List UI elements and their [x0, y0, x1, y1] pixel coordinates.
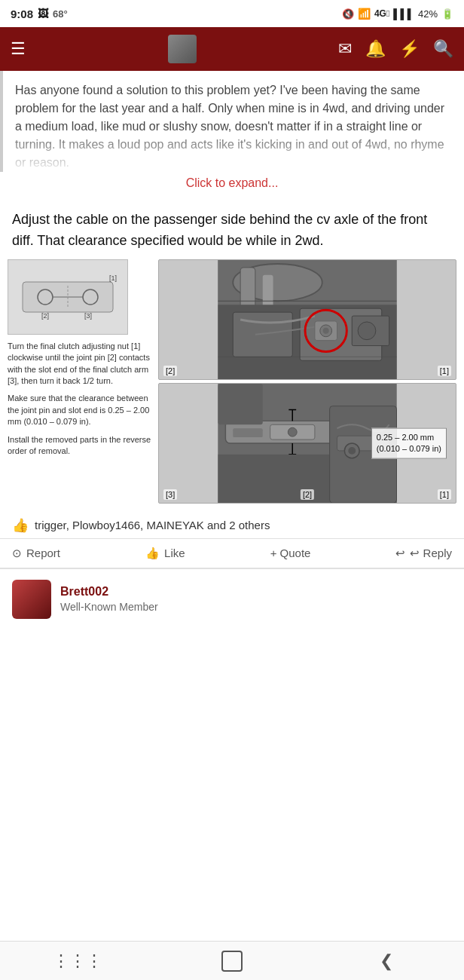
nav-menu-button[interactable]: ⋮⋮⋮ [0, 942, 154, 980]
diagram-image-bottom: 0.25 – 2.00 mm (0.010 – 0.079 in) [1] [3… [158, 383, 456, 504]
quoted-post-section: Has anyone found a solution to this prob… [0, 71, 464, 172]
navbar-center [168, 35, 197, 63]
svg-text:[2]: [2] [41, 312, 49, 320]
reply-button[interactable]: ↩ ↩ Reply [395, 547, 452, 560]
like-icon: 👍 [145, 547, 160, 560]
report-button[interactable]: ⊙ Report [12, 547, 60, 560]
like-thumb-icon: 👍 [12, 517, 29, 534]
top-label-1: [1] [438, 366, 451, 376]
expand-button[interactable]: Click to expand... [0, 172, 464, 201]
measurement-line2: (0.010 – 0.079 in) [377, 443, 441, 455]
next-post-info: Brett002 Well-Known Member [60, 585, 158, 613]
next-avatar-image [12, 580, 51, 619]
likes-row: 👍 trigger, Plowboy1466, MAINEYAK and 2 o… [0, 510, 464, 538]
status-left: 9:08 🖼 68° [11, 8, 68, 20]
battery: 42% [418, 8, 438, 20]
likes-names[interactable]: trigger, Plowboy1466, MAINEYAK and 2 oth… [35, 519, 270, 531]
bottom-label-1: [1] [438, 489, 451, 500]
svg-point-19 [323, 328, 329, 334]
nav-back-icon: ❮ [380, 951, 393, 971]
quote-label: + Quote [270, 547, 311, 559]
reply-label: ↩ Reply [410, 547, 452, 560]
nav-menu-icon: ⋮⋮⋮ [53, 951, 102, 971]
measurement-annotation: 0.25 – 2.00 mm (0.010 – 0.079 in) [371, 427, 447, 458]
sketch-placeholder: [2] [1] [3] [8, 259, 128, 335]
nav-back-button[interactable]: ❮ [310, 942, 464, 980]
time: 9:08 [11, 8, 33, 20]
diagram-images: [1] [2] [158, 259, 456, 504]
menu-button[interactable]: ☰ [11, 39, 26, 59]
nav-home-button[interactable] [154, 942, 309, 980]
diagram-caption: [2] [1] [3] Turn the final clutch adjust… [8, 259, 158, 464]
status-bar: 9:08 🖼 68° 🔇 📶 4G᷊ ▌▌▌ 42% 🔋 [0, 0, 464, 27]
svg-point-39 [348, 447, 356, 455]
measurement-line1: 0.25 – 2.00 mm [377, 431, 441, 443]
svg-text:[3]: [3] [84, 312, 92, 320]
top-label-2: [2] [163, 366, 177, 376]
mute-icon: 🔇 [342, 8, 354, 20]
signal-icon: ▌▌▌ [393, 8, 414, 20]
network-label: 4G᷊ [374, 8, 389, 19]
navbar-right: ✉ 🔔 ⚡ 🔍 [338, 39, 453, 59]
svg-rect-27 [233, 428, 263, 437]
engine-photo-svg [159, 260, 456, 379]
diagram-text-line3: Install the removed parts in the reverse… [8, 434, 152, 458]
next-post-preview[interactable]: Brett002 Well-Known Member [0, 569, 464, 629]
bell-icon[interactable]: 🔔 [365, 39, 386, 59]
diagram-area: [2] [1] [3] Turn the final clutch adjust… [0, 259, 464, 510]
next-role: Well-Known Member [60, 601, 158, 613]
next-post-avatar [12, 580, 51, 619]
gallery-icon: 🖼 [38, 8, 48, 20]
search-icon[interactable]: 🔍 [433, 39, 453, 59]
next-username: Brett002 [60, 585, 158, 599]
svg-point-21 [358, 322, 376, 340]
navbar: ☰ ✉ 🔔 ⚡ 🔍 [0, 27, 464, 71]
avatar[interactable] [168, 35, 197, 63]
bottom-label-2: [2] [301, 489, 314, 500]
report-icon: ⊙ [12, 547, 22, 560]
svg-point-29 [288, 427, 297, 436]
diagram-text-line2: Make sure that the clearance between the… [8, 393, 152, 427]
nav-home-icon [221, 951, 243, 972]
like-label: Like [164, 547, 185, 559]
quote-button[interactable]: + Quote [270, 547, 311, 559]
action-bar: ⊙ Report 👍 Like + Quote ↩ ↩ Reply [0, 538, 464, 568]
bolt-icon[interactable]: ⚡ [399, 39, 420, 59]
report-label: Report [26, 547, 60, 559]
mail-icon[interactable]: ✉ [338, 39, 352, 59]
status-right: 🔇 📶 4G᷊ ▌▌▌ 42% 🔋 [342, 8, 453, 20]
battery-icon: 🔋 [441, 8, 453, 20]
svg-text:[1]: [1] [109, 274, 117, 282]
navbar-left: ☰ [11, 39, 26, 59]
fade-overlay [15, 127, 452, 172]
bottom-label-3: [3] [163, 489, 177, 500]
diagram-image-top: [1] [2] [158, 259, 456, 380]
diagram-text-line1: Turn the final clutch adjusting nut [1] … [8, 341, 152, 387]
reply-text: Adjust the cable on the passenger side b… [0, 201, 464, 259]
quoted-text-wrapper: Has anyone found a solution to this prob… [15, 81, 452, 172]
wifi-icon: 📶 [358, 8, 371, 20]
temperature: 68° [53, 8, 68, 20]
bottom-nav: ⋮⋮⋮ ❮ [0, 941, 464, 980]
reply-icon: ↩ [395, 547, 405, 560]
sketch-svg: [2] [1] [3] [15, 267, 121, 327]
avatar-image [168, 35, 197, 63]
svg-rect-36 [218, 384, 263, 424]
like-button[interactable]: 👍 Like [145, 547, 185, 560]
